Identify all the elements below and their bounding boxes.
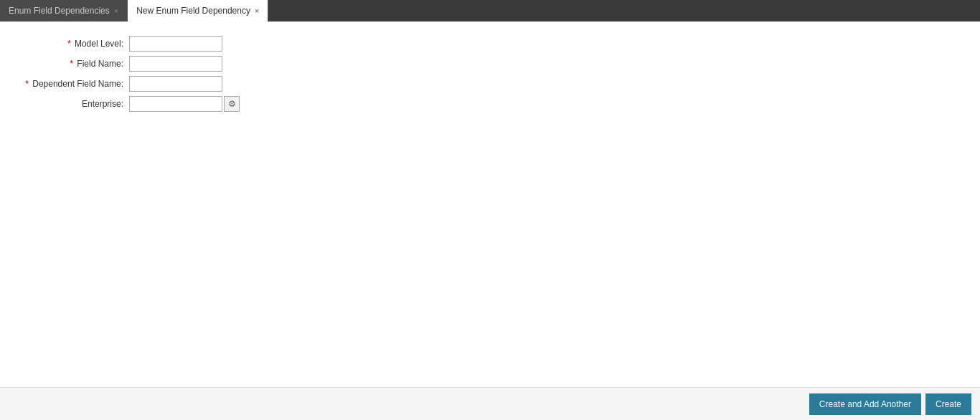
tab-enum-field-dependencies[interactable]: Enum Field Dependencies× — [0, 0, 128, 22]
label-field-name: * Field Name: — [14, 59, 129, 69]
footer-bar: Create and Add Another Create — [0, 387, 980, 420]
form-row-field-name: * Field Name: — [14, 56, 966, 72]
tab-bar: Enum Field Dependencies×New Enum Field D… — [0, 0, 980, 22]
create-button[interactable]: Create — [925, 393, 971, 415]
required-star-dependent-field-name: * — [25, 79, 31, 89]
tab-new-enum-field-dependency[interactable]: New Enum Field Dependency× — [128, 0, 268, 22]
form-row-model-level: * Model Level: — [14, 36, 966, 52]
label-dependent-field-name: * Dependent Field Name: — [14, 79, 129, 89]
form-row-dependent-field-name: * Dependent Field Name: — [14, 76, 966, 92]
tab-label-enum-field-dependencies: Enum Field Dependencies — [9, 6, 110, 16]
input-wrapper-enterprise: ⚙ — [129, 96, 240, 112]
label-enterprise: Enterprise: — [14, 99, 129, 109]
create-and-add-another-button[interactable]: Create and Add Another — [809, 393, 921, 415]
search-button-enterprise[interactable]: ⚙ — [224, 96, 240, 112]
tab-label-new-enum-field-dependency: New Enum Field Dependency — [136, 6, 250, 16]
input-model-level[interactable] — [129, 36, 222, 52]
input-dependent-field-name[interactable] — [129, 76, 222, 92]
required-star-model-level: * — [67, 39, 73, 49]
tab-close-enum-field-dependencies[interactable]: × — [114, 7, 118, 15]
main-content: * Model Level:* Field Name:* Dependent F… — [0, 22, 980, 387]
input-enterprise[interactable] — [129, 96, 222, 112]
tab-close-new-enum-field-dependency[interactable]: × — [255, 7, 259, 15]
input-field-name[interactable] — [129, 56, 222, 72]
required-star-field-name: * — [70, 59, 75, 69]
label-model-level: * Model Level: — [14, 39, 129, 49]
form-area: * Model Level:* Field Name:* Dependent F… — [14, 36, 966, 112]
form-row-enterprise: Enterprise:⚙ — [14, 96, 966, 112]
